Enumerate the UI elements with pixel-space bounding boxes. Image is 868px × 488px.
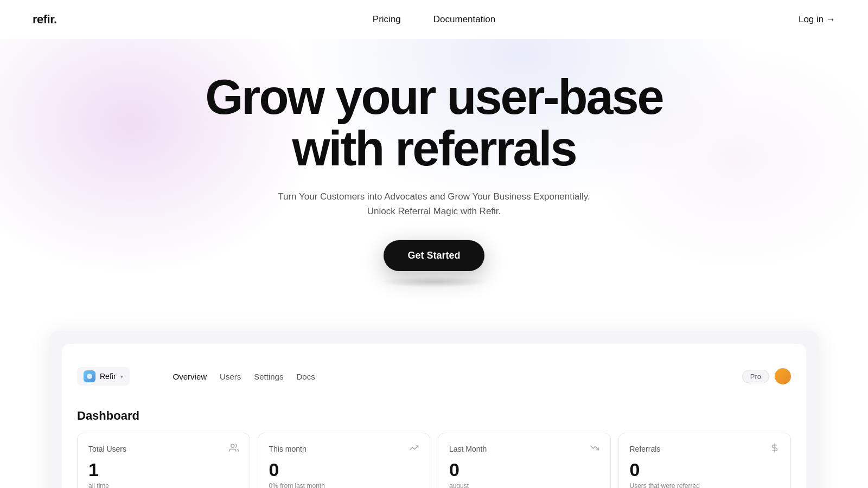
hero-title: Grow your user-base with referrals bbox=[11, 72, 857, 174]
hero-title-line1: Grow your user-base bbox=[205, 70, 662, 124]
stat-card-sub-0: all time bbox=[88, 482, 239, 488]
app-name: Refir bbox=[100, 372, 116, 381]
nav-link-documentation[interactable]: Documentation bbox=[433, 14, 495, 25]
dashboard-wrapper: Refir ▾ Overview Users Settings Docs Pro… bbox=[49, 331, 819, 488]
stat-card-referrals: Referrals 0 Users that were referred bbox=[618, 433, 792, 488]
dashboard-title: Dashboard bbox=[77, 409, 791, 423]
navbar: refir. Pricing Documentation Log in → bbox=[0, 0, 868, 39]
dashboard-nav: Overview Users Settings Docs bbox=[141, 357, 348, 396]
svg-point-1 bbox=[231, 445, 234, 448]
stat-card-header-0: Total Users bbox=[88, 443, 239, 455]
users-icon bbox=[229, 443, 239, 455]
stat-card-sub-2: august bbox=[449, 482, 599, 488]
dashboard-panel: Refir ▾ Overview Users Settings Docs Pro… bbox=[62, 344, 806, 488]
pro-badge: Pro bbox=[742, 370, 769, 383]
nav-link-pricing[interactable]: Pricing bbox=[373, 14, 401, 25]
dash-nav-users[interactable]: Users bbox=[220, 372, 241, 381]
stat-card-value-0: 1 bbox=[88, 460, 239, 479]
stat-card-value-2: 0 bbox=[449, 460, 599, 479]
nav-links: Pricing Documentation bbox=[373, 14, 495, 25]
stat-card-last-month: Last Month 0 august bbox=[438, 433, 611, 488]
cta-shadow bbox=[380, 277, 488, 287]
stat-card-header-3: Referrals bbox=[630, 443, 780, 455]
stat-card-sub-3: Users that were referred bbox=[630, 482, 780, 488]
dash-nav-settings[interactable]: Settings bbox=[254, 372, 283, 381]
hero-title-line2: with referrals bbox=[292, 121, 576, 176]
stat-card-this-month: This month 0 0% from last month bbox=[258, 433, 431, 488]
svg-point-0 bbox=[87, 374, 92, 379]
dollar-icon bbox=[770, 443, 780, 455]
chevron-down-icon: ▾ bbox=[120, 374, 123, 380]
login-link[interactable]: Log in → bbox=[799, 14, 835, 25]
get-started-button[interactable]: Get Started bbox=[384, 240, 484, 271]
dash-nav-docs[interactable]: Docs bbox=[296, 372, 315, 381]
stat-card-label-1: This month bbox=[269, 445, 307, 453]
stat-card-header-1: This month bbox=[269, 443, 419, 455]
hero-subtitle-line2: Unlock Referral Magic with Refir. bbox=[367, 206, 501, 216]
dashboard-topbar: Refir ▾ Overview Users Settings Docs Pro bbox=[77, 357, 791, 396]
app-selector[interactable]: Refir ▾ bbox=[77, 367, 130, 386]
dashboard-left: Refir ▾ Overview Users Settings Docs bbox=[77, 357, 348, 396]
user-avatar bbox=[775, 368, 791, 384]
hero-content: Grow your user-base with referrals Turn … bbox=[11, 72, 857, 287]
hero-subtitle-line1: Turn Your Customers into Advocates and G… bbox=[278, 191, 590, 202]
trend-icon bbox=[409, 443, 419, 455]
stat-card-label-2: Last Month bbox=[449, 445, 487, 453]
stat-card-label-3: Referrals bbox=[630, 445, 661, 453]
stat-card-value-1: 0 bbox=[269, 460, 419, 479]
dashboard-right: Pro bbox=[742, 368, 791, 384]
stat-card-sub-1: 0% from last month bbox=[269, 482, 419, 488]
stat-card-label-0: Total Users bbox=[88, 445, 126, 453]
stat-card-total-users: Total Users 1 all time bbox=[77, 433, 250, 488]
hero-subtitle: Turn Your Customers into Advocates and G… bbox=[11, 189, 857, 219]
app-icon bbox=[84, 370, 95, 382]
dash-nav-overview[interactable]: Overview bbox=[173, 372, 207, 381]
stat-cards: Total Users 1 all time Thi bbox=[77, 433, 791, 488]
stat-card-header-2: Last Month bbox=[449, 443, 599, 455]
hero-section: Grow your user-base with referrals Turn … bbox=[0, 39, 868, 331]
trend-down-icon bbox=[590, 443, 599, 455]
app-logo-icon bbox=[86, 373, 93, 380]
stat-card-value-3: 0 bbox=[630, 460, 780, 479]
logo: refir. bbox=[33, 12, 57, 27]
